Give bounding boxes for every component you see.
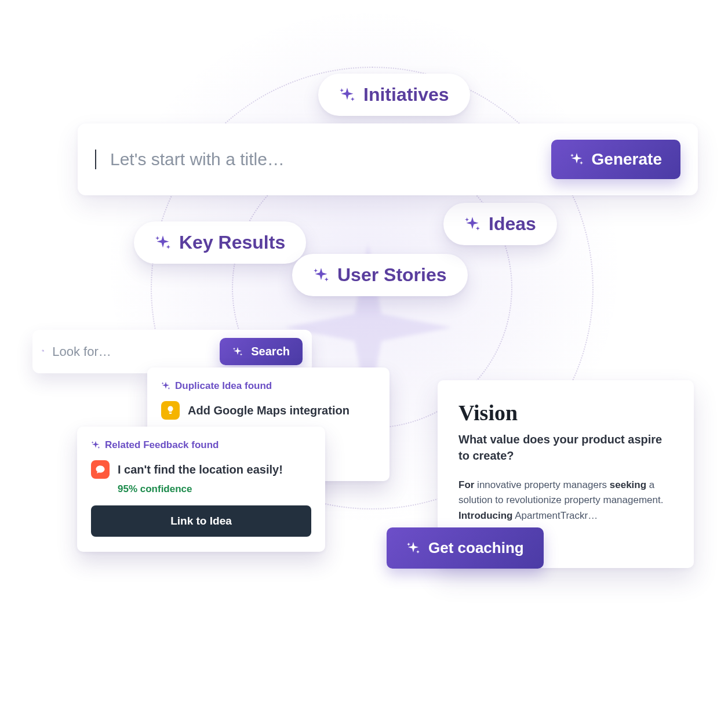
feedback-title: I can't find the location easily! (118, 463, 283, 476)
vision-body: For innovative property managers seeking… (458, 478, 673, 523)
chip-initiatives[interactable]: Initiatives (318, 74, 470, 116)
get-coaching-button[interactable]: Get coaching (387, 527, 544, 569)
vision-title: Vision (458, 400, 673, 425)
sparkle-icon (232, 347, 243, 357)
sparkle-icon (155, 235, 171, 251)
card-header: Duplicate Idea found (161, 380, 376, 392)
search-icon (42, 344, 44, 359)
chip-label: Ideas (489, 213, 536, 235)
chip-key-results[interactable]: Key Results (134, 221, 306, 264)
header-label: Related Feedback found (105, 439, 219, 451)
vision-bold: For (458, 479, 474, 490)
sparkle-icon (339, 87, 355, 103)
feedback-row[interactable]: I can't find the location easily! (91, 460, 311, 479)
chip-user-stories[interactable]: User Stories (292, 254, 468, 296)
chat-icon (91, 460, 110, 479)
chip-ideas[interactable]: Ideas (443, 203, 557, 245)
card-header: Related Feedback found (91, 439, 311, 451)
coaching-button-wrap: Get coaching (387, 527, 544, 569)
button-label: Generate (592, 150, 662, 169)
title-bar: Generate (78, 123, 698, 195)
link-to-idea-button[interactable]: Link to Idea (91, 505, 311, 537)
search-input[interactable] (51, 344, 213, 360)
lightbulb-icon (161, 401, 180, 420)
sparkle-icon (161, 381, 170, 391)
generate-button[interactable]: Generate (551, 140, 680, 179)
related-feedback-card: Related Feedback found I can't find the … (77, 427, 325, 552)
title-input[interactable] (107, 149, 540, 170)
confidence-label: 95% confidence (91, 483, 311, 495)
button-label: Search (251, 345, 290, 358)
search-bar: Search (32, 330, 312, 373)
sparkle-icon (570, 152, 584, 166)
vision-bold: Introducing (458, 510, 512, 521)
vision-subtitle: What value does your product aspire to c… (458, 431, 673, 464)
sparkle-icon (313, 267, 329, 283)
header-label: Duplicate Idea found (175, 380, 272, 392)
chip-label: User Stories (337, 264, 447, 286)
sparkle-icon (406, 541, 420, 555)
sparkle-icon (91, 441, 100, 450)
vision-text: ApartmentTrackr… (512, 510, 598, 521)
sparkle-icon (464, 216, 481, 232)
chip-label: Key Results (179, 232, 285, 253)
button-label: Get coaching (428, 539, 524, 557)
text-caret (95, 150, 96, 169)
svg-line-1 (43, 351, 44, 352)
vision-bold: seeking (610, 479, 646, 490)
idea-title: Add Google Maps integration (188, 404, 350, 417)
chip-label: Initiatives (363, 84, 449, 105)
vision-text: innovative property managers (474, 479, 609, 490)
idea-row[interactable]: Add Google Maps integration (161, 401, 376, 420)
search-button[interactable]: Search (220, 338, 303, 365)
